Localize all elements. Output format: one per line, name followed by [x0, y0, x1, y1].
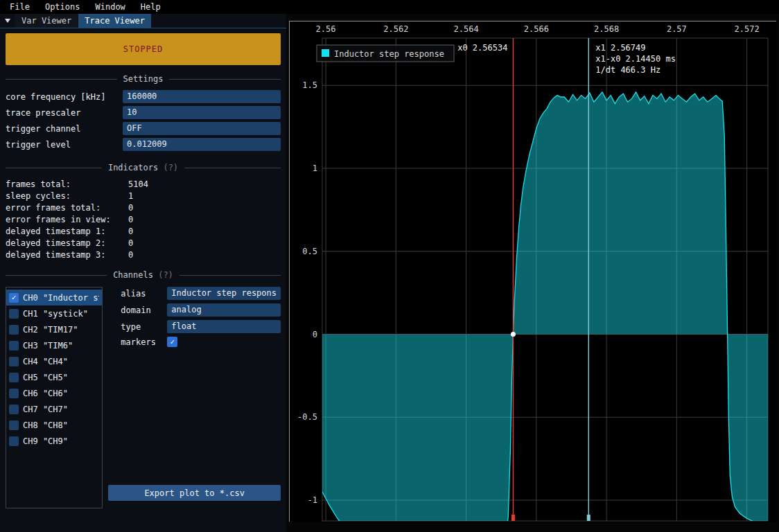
channel-checkbox[interactable]: ✓ — [9, 325, 19, 335]
channel-label: CH1 "systick" — [23, 309, 88, 319]
stopped-button[interactable]: STOPPED — [6, 33, 281, 65]
svg-text:2.564: 2.564 — [454, 24, 479, 34]
channel-row[interactable]: ✓CH4 "CH4" — [6, 353, 102, 369]
channel-checkbox[interactable]: ✓ — [9, 373, 19, 382]
svg-text:2.566: 2.566 — [524, 24, 549, 34]
channel-list: ✓CH0 "Inductor st ✓CH1 "systick" ✓CH2 "T… — [6, 287, 103, 508]
channels-header-label: Channels — [113, 270, 153, 280]
svg-text:2.568: 2.568 — [594, 24, 619, 34]
panel-body: STOPPED Settings core frequency [kHz] 16… — [0, 28, 286, 532]
channel-row[interactable]: ✓CH2 "TIM17" — [6, 321, 102, 337]
channel-row[interactable]: ✓CH3 "TIM6" — [6, 337, 102, 353]
core-frequency-input[interactable]: 160000 — [123, 90, 281, 103]
trace-plot-window[interactable]: 2.562.5622.5642.5662.5682.572.5721.510.5… — [289, 21, 776, 522]
markers-checkbox[interactable]: ✓ — [167, 337, 177, 347]
svg-text:2.562: 2.562 — [383, 24, 408, 34]
channels-help-icon[interactable]: (?) — [158, 270, 173, 280]
indicator-value: 5104 — [128, 179, 148, 190]
indicator-value: 0 — [128, 214, 133, 226]
channel-row[interactable]: ✓CH6 "CH6" — [6, 385, 102, 401]
tab-var-viewer[interactable]: Var Viewer — [15, 14, 78, 28]
indicator-row: frames total:5104 — [6, 179, 281, 190]
menu-options[interactable]: Options — [37, 2, 88, 12]
trigger-level-input[interactable]: 0.012009 — [123, 138, 281, 151]
indicator-row: error frames total:0 — [6, 202, 281, 214]
channel-checkbox[interactable]: ✓ — [9, 420, 19, 430]
indicator-label: error frames in view: — [6, 214, 128, 226]
channel-row[interactable]: ✓CH1 "systick" — [6, 305, 102, 321]
channel-checkbox[interactable]: ✓ — [9, 389, 19, 398]
tab-bar: Var Viewer Trace Viewer — [0, 14, 286, 28]
channel-label: CH9 "CH9" — [23, 436, 68, 446]
channel-checkbox[interactable]: ✓ — [9, 405, 19, 414]
channel-row[interactable]: ✓CH5 "CH5" — [6, 369, 102, 385]
trace-prescaler-label: trace prescaler — [6, 108, 123, 118]
channel-label: CH7 "CH7" — [23, 405, 68, 414]
window-menu-button[interactable] — [0, 14, 15, 28]
domain-input[interactable]: analog — [167, 303, 281, 317]
channel-checkbox[interactable]: ✓ — [9, 436, 19, 446]
svg-text:0: 0 — [313, 330, 317, 339]
setting-row: core frequency [kHz] 160000 — [6, 90, 281, 103]
menu-help[interactable]: Help — [133, 2, 168, 12]
indicators-help-icon[interactable]: (?) — [163, 163, 178, 172]
indicators-header-label: Indicators — [108, 163, 158, 172]
menu-file[interactable]: File — [2, 2, 37, 12]
channel-label: CH5 "CH5" — [23, 373, 68, 382]
channel-checkbox[interactable]: ✓ — [9, 293, 19, 303]
channel-checkbox[interactable]: ✓ — [9, 357, 19, 366]
svg-text:2.572: 2.572 — [735, 24, 760, 34]
menu-bar: File Options Window Help — [0, 0, 779, 14]
trigger-channel-select[interactable]: OFF — [123, 122, 281, 135]
channel-label: CH6 "CH6" — [23, 389, 68, 398]
channel-row[interactable]: ✓CH9 "CH9" — [6, 433, 102, 449]
channels-header: Channels (?) — [6, 270, 281, 280]
channel-row[interactable]: ✓CH7 "CH7" — [6, 401, 102, 417]
indicator-label: error frames total: — [6, 202, 128, 214]
tab-trace-viewer[interactable]: Trace Viewer — [78, 14, 151, 28]
svg-text:-1: -1 — [308, 495, 317, 505]
trace-prescaler-input[interactable]: 10 — [123, 106, 281, 119]
indicator-row: error frames in view:0 — [6, 214, 281, 226]
svg-text:1/dt 466.3 Hz: 1/dt 466.3 Hz — [595, 65, 660, 75]
svg-text:Inductor step response: Inductor step response — [334, 49, 444, 59]
indicator-label: delayed timestamp 2: — [6, 238, 128, 249]
check-icon: ✓ — [170, 338, 175, 346]
setting-row: trigger level 0.012009 — [6, 138, 281, 151]
channel-row[interactable]: ✓CH8 "CH8" — [6, 417, 102, 433]
indicator-value: 0 — [128, 202, 133, 214]
indicator-value: 0 — [128, 238, 133, 249]
domain-label: domain — [108, 305, 167, 315]
indicator-value: 1 — [128, 190, 133, 202]
svg-text:1: 1 — [313, 163, 317, 173]
channel-checkbox[interactable]: ✓ — [9, 341, 19, 351]
type-input[interactable]: float — [167, 320, 281, 333]
indicator-row: delayed timestamp 3:0 — [6, 249, 281, 261]
menu-window[interactable]: Window — [87, 2, 132, 12]
export-csv-button[interactable]: Export plot to *.csv — [108, 485, 281, 501]
svg-text:1.5: 1.5 — [302, 80, 317, 90]
trace-plot[interactable]: 2.562.5622.5642.5662.5682.572.5721.510.5… — [290, 21, 777, 522]
app-root: File Options Window Help Var Viewer Trac… — [0, 0, 779, 532]
indicator-label: delayed timestamp 1: — [6, 226, 128, 238]
channel-label: CH4 "CH4" — [23, 357, 68, 366]
svg-text:x0 2.56534: x0 2.56534 — [457, 43, 507, 53]
svg-text:x1-x0 2.14450 ms: x1-x0 2.14450 ms — [595, 54, 676, 64]
indicators-header: Indicators (?) — [6, 163, 281, 172]
indicator-label: delayed timestamp 3: — [6, 249, 128, 261]
markers-label: markers — [108, 337, 167, 347]
channel-label: CH0 "Inductor st — [23, 293, 99, 303]
core-frequency-label: core frequency [kHz] — [6, 92, 123, 102]
indicator-value: 0 — [128, 226, 133, 238]
main-content: Var Viewer Trace Viewer STOPPED Settings… — [0, 14, 779, 532]
chevron-down-icon — [5, 19, 10, 23]
alias-input[interactable]: Inductor step respons — [167, 287, 281, 300]
channel-checkbox[interactable]: ✓ — [9, 309, 19, 319]
svg-text:0.5: 0.5 — [302, 247, 317, 256]
indicator-label: frames total: — [6, 179, 128, 190]
setting-row: trace prescaler 10 — [6, 106, 281, 119]
channel-row[interactable]: ✓CH0 "Inductor st — [6, 290, 102, 305]
settings-header: Settings — [6, 74, 281, 84]
svg-text:2.57: 2.57 — [667, 24, 687, 34]
setting-row: trigger channel OFF — [6, 122, 281, 135]
